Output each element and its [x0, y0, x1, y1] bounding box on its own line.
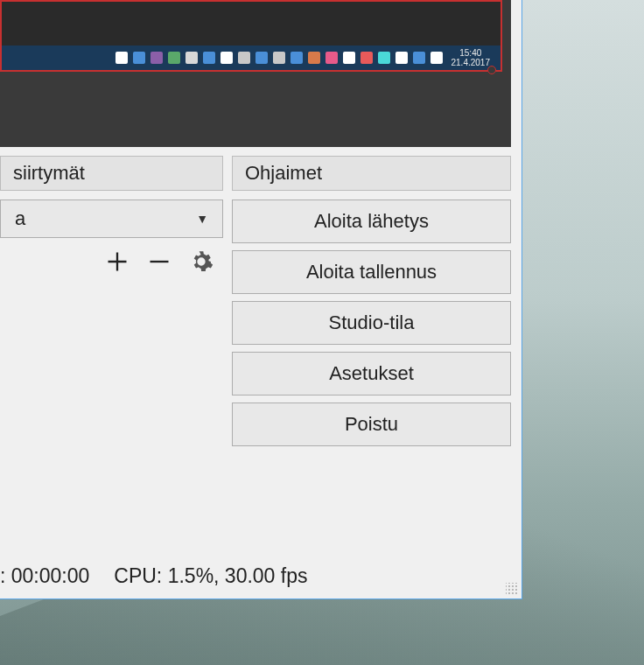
tray-icon	[133, 52, 145, 64]
tray-icon	[308, 52, 320, 64]
tray-icon	[343, 52, 355, 64]
transition-dropdown[interactable]: a ▼	[0, 200, 223, 238]
minus-icon	[147, 249, 172, 274]
chevron-down-icon: ▼	[196, 212, 208, 226]
app-window: 15:40 21.4.2017 siirtymät a ▼	[0, 0, 522, 599]
preview-selection[interactable]: 15:40 21.4.2017	[0, 0, 502, 72]
tray-icon	[273, 52, 285, 64]
tray-icon	[220, 52, 233, 64]
exit-button[interactable]: Poistu	[232, 402, 511, 446]
clock-time: 15:40	[452, 48, 491, 58]
tray-icon	[430, 52, 443, 64]
status-time: : 00:00:00	[0, 564, 89, 588]
tray-icon	[378, 52, 390, 64]
controls-header: Ohjaimet	[232, 156, 511, 191]
start-stream-button[interactable]: Aloita lähetys	[232, 200, 511, 243]
preview-taskbar: 15:40 21.4.2017	[2, 46, 500, 70]
tray-icon	[413, 52, 425, 64]
tray-icon	[256, 52, 268, 64]
tray-icon	[396, 52, 408, 64]
tray-icon	[168, 52, 180, 64]
status-bar: : 00:00:00 CPU: 1.5%, 30.00 fps	[0, 557, 522, 598]
start-recording-button[interactable]: Aloita tallennus	[232, 250, 511, 294]
resize-handle[interactable]	[487, 66, 496, 74]
tray-icon	[290, 52, 303, 64]
transitions-panel: siirtymät a ▼	[0, 156, 223, 557]
clock-date: 21.4.2017	[452, 58, 491, 67]
preview-clock: 15:40 21.4.2017	[448, 48, 494, 67]
tray-icon	[360, 52, 373, 64]
remove-transition-button[interactable]	[144, 247, 174, 276]
transitions-header: siirtymät	[0, 156, 223, 191]
gear-icon	[189, 249, 214, 274]
controls-panel: Ohjaimet Aloita lähetys Aloita tallennus…	[232, 156, 511, 557]
studio-mode-button[interactable]: Studio-tila	[232, 301, 511, 345]
status-cpu: CPU: 1.5%, 30.00 fps	[114, 564, 307, 588]
tray-icon	[203, 52, 215, 64]
add-transition-button[interactable]	[102, 247, 132, 276]
transition-settings-button[interactable]	[186, 247, 216, 276]
tray-icon	[150, 52, 163, 64]
window-resize-grip[interactable]	[506, 583, 518, 595]
tray-icon	[326, 52, 338, 64]
tray-icon	[238, 52, 250, 64]
settings-button[interactable]: Asetukset	[232, 352, 511, 396]
transition-selected: a	[15, 207, 25, 230]
preview-area[interactable]: 15:40 21.4.2017	[0, 0, 511, 147]
tray-icon	[116, 52, 128, 64]
plus-icon	[105, 249, 130, 274]
tray-icon	[186, 52, 198, 64]
